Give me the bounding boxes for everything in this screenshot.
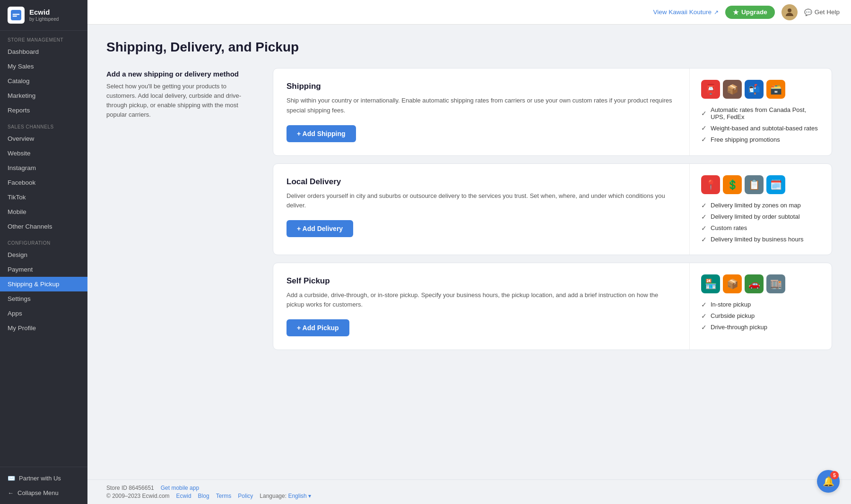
check-icon-3: ✓ xyxy=(701,136,707,143)
pickup-feature-3: ✓Drive-through pickup xyxy=(701,324,820,331)
language-selector[interactable]: English ▾ xyxy=(288,493,311,499)
store-management-label: Store management xyxy=(0,31,87,44)
delivery-icons: 📍 💲 📋 🗓️ xyxy=(701,175,820,194)
footer-blog-link[interactable]: Blog xyxy=(198,493,209,499)
notification-badge: 5 xyxy=(830,471,839,479)
main-area: View Kawaii Kouture ↗ ★ Upgrade 💬 Get He… xyxy=(87,0,851,504)
add-pickup-button[interactable]: + Add Pickup xyxy=(287,319,349,336)
pickup-feature-2: ✓Curbside pickup xyxy=(701,312,820,320)
building-icon: 🏬 xyxy=(766,274,785,293)
self-pickup-card: Self Pickup Add a curbside, drive-throug… xyxy=(273,263,832,350)
sidebar-item-reports[interactable]: Reports xyxy=(0,103,87,118)
sidebar-item-other-channels[interactable]: Other Channels xyxy=(0,219,87,234)
local-delivery-card-desc: Deliver orders yourself in city and subu… xyxy=(287,191,676,211)
pickup-feature-1: ✓In-store pickup xyxy=(701,301,820,308)
configuration-label: Configuration xyxy=(0,234,87,248)
sidebar-item-mobile[interactable]: Mobile xyxy=(0,205,87,219)
cards-list: Shipping Ship within your country or int… xyxy=(273,68,832,350)
shipping-card-title: Shipping xyxy=(287,82,676,91)
sidebar-item-settings[interactable]: Settings xyxy=(0,291,87,306)
sidebar-item-my-sales[interactable]: My Sales xyxy=(0,59,87,74)
external-link-icon: ↗ xyxy=(714,9,719,16)
logo-brand: Ecwid xyxy=(29,9,59,17)
star-icon: ★ xyxy=(733,9,739,16)
table-icon: 📋 xyxy=(745,175,764,194)
self-pickup-card-desc: Add a curbside, drive-through, or in-sto… xyxy=(287,290,676,310)
self-pickup-card-right: 🏪 📦 🚗 🏬 ✓In-store pickup ✓Curbside picku… xyxy=(690,263,832,350)
sidebar-item-marketing[interactable]: Marketing xyxy=(0,88,87,103)
check-icon-2: ✓ xyxy=(701,124,707,132)
shipping-card: Shipping Ship within your country or int… xyxy=(273,68,832,156)
fedex-icon: 📬 xyxy=(745,80,764,99)
add-shipping-button[interactable]: + Add Shipping xyxy=(287,125,356,142)
footer-terms-link[interactable]: Terms xyxy=(216,493,232,499)
copyright-text: © 2009–2023 Ecwid.com xyxy=(106,493,170,499)
feature-1: ✓Automatic rates from Canada Post, UPS, … xyxy=(701,106,820,120)
get-help-label: Get Help xyxy=(815,9,840,16)
store-icon: 🏪 xyxy=(701,274,720,293)
sidebar-item-payment[interactable]: Payment xyxy=(0,262,87,277)
sidebar-item-my-profile[interactable]: My Profile xyxy=(0,321,87,335)
shipping-features: ✓Automatic rates from Canada Post, UPS, … xyxy=(701,106,820,143)
add-delivery-button[interactable]: + Add Delivery xyxy=(287,220,353,237)
delivery-feature-2: ✓Delivery limited by order subtotal xyxy=(701,213,820,221)
sidebar-item-catalog[interactable]: Catalog xyxy=(0,74,87,88)
sidebar-item-collapse[interactable]: ← Collapse Menu xyxy=(0,486,87,500)
sidebar-item-facebook[interactable]: Facebook xyxy=(0,175,87,190)
sidebar-item-apps[interactable]: Apps xyxy=(0,306,87,321)
check-icon-p1: ✓ xyxy=(701,301,707,308)
sidebar-item-dashboard[interactable]: Dashboard xyxy=(0,44,87,59)
language-label: Language: English ▾ xyxy=(260,493,311,499)
collapse-label: Collapse Menu xyxy=(17,489,59,496)
content-area: Shipping, Delivery, and Pickup Add a new… xyxy=(87,25,851,479)
sidebar-item-website[interactable]: Website xyxy=(0,146,87,161)
topbar: View Kawaii Kouture ↗ ★ Upgrade 💬 Get He… xyxy=(87,0,851,25)
sidebar-item-shipping[interactable]: Shipping & Pickup xyxy=(0,277,87,291)
view-store-link[interactable]: View Kawaii Kouture ↗ xyxy=(653,9,719,16)
sidebar-item-partner[interactable]: ✉️ Partner with Us xyxy=(0,471,87,486)
car-icon: 🚗 xyxy=(745,274,764,293)
sidebar: Ecwid by Lightspeed Store management Das… xyxy=(0,0,87,504)
calendar-icon: 🗓️ xyxy=(766,175,785,194)
footer-policy-link[interactable]: Policy xyxy=(238,493,253,499)
footer-row-2: © 2009–2023 Ecwid.com Ecwid Blog Terms P… xyxy=(106,493,832,499)
sidebar-item-design[interactable]: Design xyxy=(0,248,87,262)
self-pickup-card-title: Self Pickup xyxy=(287,276,676,286)
svg-point-3 xyxy=(788,9,791,12)
svg-rect-2 xyxy=(13,16,17,17)
intro-section: Add a new shipping or delivery method Se… xyxy=(106,68,258,120)
sidebar-item-instagram[interactable]: Instagram xyxy=(0,161,87,175)
sales-channels-label: Sales channels xyxy=(0,118,87,131)
content-layout: Add a new shipping or delivery method Se… xyxy=(106,68,832,350)
check-icon-d1: ✓ xyxy=(701,202,707,209)
chat-icon: 💬 xyxy=(804,9,812,16)
shipping-icons: 📮 📦 📬 🗃️ xyxy=(701,80,820,99)
self-pickup-card-left: Self Pickup Add a curbside, drive-throug… xyxy=(273,263,690,350)
check-icon-p3: ✓ xyxy=(701,324,707,331)
avatar[interactable] xyxy=(782,4,798,20)
logo-icon xyxy=(8,7,25,24)
upgrade-button[interactable]: ★ Upgrade xyxy=(725,6,775,19)
local-delivery-card-title: Local Delivery xyxy=(287,177,676,187)
logo-text-block: Ecwid by Lightspeed xyxy=(29,9,59,22)
get-help-button[interactable]: 💬 Get Help xyxy=(804,9,840,16)
upgrade-label: Upgrade xyxy=(741,9,767,16)
local-delivery-card-left: Local Delivery Deliver orders yourself i… xyxy=(273,164,690,255)
footer: Store ID 86456651 Get mobile app © 2009–… xyxy=(87,479,851,504)
get-mobile-app-link[interactable]: Get mobile app xyxy=(161,485,199,491)
sidebar-item-overview[interactable]: Overview xyxy=(0,131,87,146)
shipping-card-left: Shipping Ship within your country or int… xyxy=(273,68,690,155)
sidebar-logo: Ecwid by Lightspeed xyxy=(0,0,87,31)
shipping-card-right: 📮 📦 📬 🗃️ ✓Automatic rates from Canada Po… xyxy=(690,68,832,155)
check-icon-1: ✓ xyxy=(701,110,707,117)
sidebar-item-tiktok[interactable]: TikTok xyxy=(0,190,87,205)
notification-bell[interactable]: 🔔 5 xyxy=(817,470,840,493)
intro-desc: Select how you'll be getting your produc… xyxy=(106,82,258,120)
footer-ecwid-link[interactable]: Ecwid xyxy=(176,493,191,499)
other-carrier-icon: 🗃️ xyxy=(766,80,785,99)
map-pin-icon: 📍 xyxy=(701,175,720,194)
dollar-icon: 💲 xyxy=(723,175,742,194)
pickup-features: ✓In-store pickup ✓Curbside pickup ✓Drive… xyxy=(701,301,820,331)
delivery-feature-4: ✓Delivery limited by business hours xyxy=(701,236,820,243)
partner-label: Partner with Us xyxy=(19,475,61,482)
